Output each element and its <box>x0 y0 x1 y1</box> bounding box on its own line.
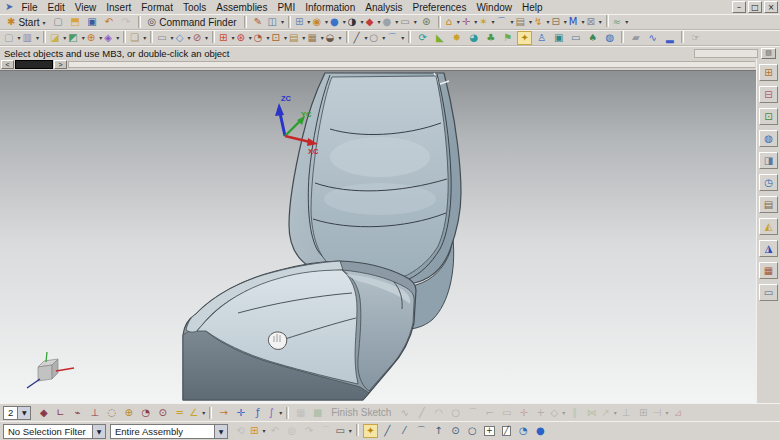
menu-format[interactable]: Format <box>136 2 178 13</box>
constrain-angle-icon[interactable]: ∠ <box>189 406 205 420</box>
selection-filter-combobox[interactable]: No Selection Filter ▼ <box>3 424 106 439</box>
finish-sketch-icon[interactable]: ■ <box>310 406 325 420</box>
spin-icon[interactable]: ◕ <box>466 31 481 45</box>
scroll-right-button[interactable]: > <box>54 60 67 69</box>
wave-icon[interactable]: ∿ <box>645 31 660 45</box>
trim-icon[interactable]: ⊘ <box>193 31 208 45</box>
notebook-icon[interactable]: ▤ <box>516 15 532 29</box>
scrollbar-groove[interactable] <box>68 61 755 68</box>
circle-dim-icon[interactable]: ◎ <box>284 424 299 438</box>
part-navigator-button[interactable]: ⊡ <box>759 108 778 125</box>
gray-ball-icon[interactable]: ● <box>383 15 399 29</box>
hd3d-tools-button[interactable]: ◨ <box>759 152 778 169</box>
open-icon[interactable]: ⬒ <box>68 15 83 29</box>
snap-quadrant-icon[interactable]: ◔ <box>138 406 153 420</box>
true-shading-icon[interactable]: ◆ <box>366 15 381 29</box>
relations-icon[interactable]: ⊿ <box>670 406 685 420</box>
snap-control-icon[interactable]: ⊥ <box>87 406 102 420</box>
menu-analysis[interactable]: Analysis <box>360 2 407 13</box>
process-studio-button[interactable]: ◭ <box>759 218 778 235</box>
menu-preferences[interactable]: Preferences <box>408 2 472 13</box>
flash-icon[interactable]: ↯ <box>534 15 549 29</box>
snap-plus-boxed-icon[interactable]: + <box>482 424 497 438</box>
integral-icon[interactable]: ∫ <box>267 406 282 420</box>
profile-icon[interactable]: ∿ <box>397 406 412 420</box>
orient-icon[interactable]: ✛ <box>462 15 477 29</box>
close-button[interactable]: × <box>764 1 778 13</box>
studio-star-icon[interactable]: ✛ <box>516 406 531 420</box>
snap-midpoint-icon[interactable]: ⌁ <box>70 406 85 420</box>
mirror-icon[interactable]: ⋈ <box>584 406 599 420</box>
snap-enable-icon[interactable]: ◆ <box>36 406 51 420</box>
misc-tools-icon[interactable]: ≈ <box>613 15 628 29</box>
shell-icon[interactable]: ⊡ <box>272 31 287 45</box>
layer-settings-icon[interactable]: ▥ <box>22 31 38 45</box>
constrain-equal-icon[interactable]: = <box>172 406 187 420</box>
redo-icon[interactable]: ↷ <box>119 15 134 29</box>
pattern-icon[interactable]: ⊞ <box>219 31 234 45</box>
sketch-grid-icon[interactable]: ▦ <box>293 406 308 420</box>
polygon-icon[interactable]: ◇ <box>550 406 565 420</box>
flat-icon[interactable]: ▰ <box>628 31 643 45</box>
roles-button[interactable]: ▭ <box>759 284 778 301</box>
extrude-icon[interactable]: ⊕ <box>87 31 102 45</box>
touch-pen-icon[interactable]: ✎ <box>251 15 266 29</box>
assembly-navigator-button[interactable]: ⊞ <box>759 64 778 81</box>
arc-icon[interactable]: ◠ <box>431 406 446 420</box>
menu-window[interactable]: Window <box>471 2 517 13</box>
arc-tool-icon[interactable]: ⌒ <box>387 31 404 45</box>
line-icon[interactable]: ╱ <box>414 406 429 420</box>
screen-icon[interactable]: ▣ <box>551 31 566 45</box>
contrast-ball-icon[interactable]: ◑ <box>348 15 364 29</box>
menu-tools[interactable]: Tools <box>178 2 211 13</box>
start-button[interactable]: ✱ Start ▾ <box>3 15 50 29</box>
function-icon[interactable]: ƒ <box>250 406 265 420</box>
corner-icon[interactable]: ⌐ <box>482 406 497 420</box>
palette-button[interactable]: ▦ <box>759 262 778 279</box>
save-icon[interactable]: ▣ <box>85 15 100 29</box>
curve-flow-icon[interactable]: → <box>216 406 231 420</box>
hand-tool-icon[interactable]: ❏ <box>130 31 146 45</box>
offset-icon[interactable]: ∥ <box>567 406 582 420</box>
snap-line-icon[interactable]: ╱ <box>380 424 395 438</box>
burst-icon[interactable]: ✸ <box>449 31 464 45</box>
leaf-icon[interactable]: ♣ <box>483 31 498 45</box>
snap-arc-icon[interactable]: ⌒ <box>414 424 429 438</box>
redo-curve-icon[interactable]: ↷ <box>301 424 316 438</box>
dialog-rail-button[interactable]: ▨ <box>761 48 776 59</box>
rotate-view-icon[interactable]: ⟳ <box>415 31 430 45</box>
menu-edit[interactable]: Edit <box>43 2 70 13</box>
spline-plus-icon[interactable]: ✛ <box>233 406 248 420</box>
flag-icon[interactable]: ⚑ <box>500 31 515 45</box>
subtract-icon[interactable]: ◔ <box>254 31 270 45</box>
pan-arc-icon[interactable]: ⌒ <box>497 15 514 29</box>
menu-information[interactable]: Information <box>300 2 360 13</box>
menu-pmi[interactable]: PMI <box>272 2 300 13</box>
unite-icon[interactable]: ⊛ <box>236 31 251 45</box>
view-window-icon[interactable]: ▭ <box>400 15 416 29</box>
home-view-icon[interactable]: ⌂ <box>445 15 460 29</box>
water-icon[interactable]: ▂ <box>662 31 677 45</box>
snap-intersect-icon[interactable]: ◌ <box>104 406 119 420</box>
reuse-library-button[interactable]: ◍ <box>759 130 778 147</box>
globe-icon[interactable]: ◍ <box>602 31 617 45</box>
undo-curve-icon[interactable]: ↶ <box>267 424 282 438</box>
arc-dim-icon[interactable]: ⌒ <box>318 424 333 438</box>
restore-button[interactable]: □ <box>748 1 762 13</box>
new-icon[interactable]: ▢ <box>51 15 66 29</box>
snap-line-point-icon[interactable]: ⁄ <box>397 424 412 438</box>
menu-help[interactable]: Help <box>517 2 548 13</box>
chevron-down-icon[interactable]: ▼ <box>17 407 30 419</box>
project-icon[interactable]: ↗ <box>601 406 616 420</box>
datum-plane-icon[interactable]: ◪ <box>50 31 66 45</box>
circle-tool-icon[interactable]: ○ <box>370 31 386 45</box>
view-grid-icon[interactable]: ⊞ <box>295 15 310 29</box>
point-icon[interactable]: + <box>533 406 548 420</box>
snap-up-icon[interactable]: ↑ <box>431 424 446 438</box>
menu-view[interactable]: View <box>70 2 102 13</box>
sketch-task-icon[interactable]: ◩ <box>68 31 84 45</box>
render-style-icon[interactable]: ◉ <box>312 15 328 29</box>
blend-icon[interactable]: ▦ <box>307 31 323 45</box>
constraint-navigator-button[interactable]: ⊟ <box>759 86 778 103</box>
add-filter-icon[interactable]: ⊞ <box>250 424 265 438</box>
